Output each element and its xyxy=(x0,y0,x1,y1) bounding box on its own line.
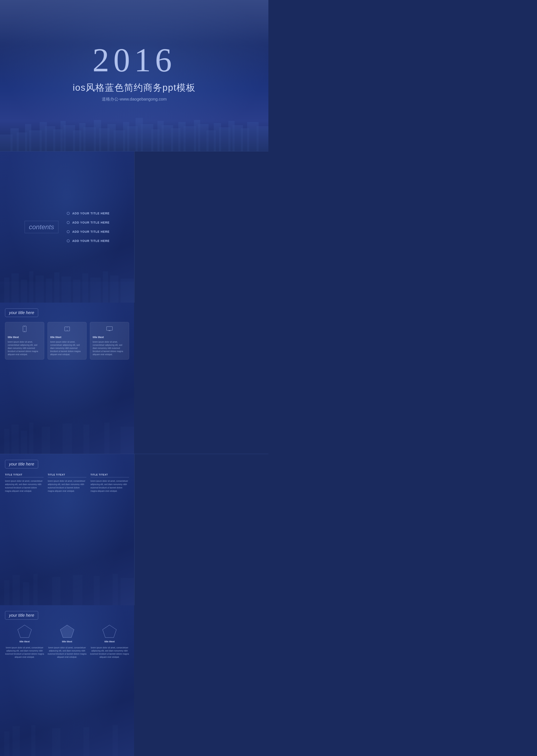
contents-dot-icon xyxy=(67,239,70,242)
contents-item-2: ADD YOUR TITLE HERE xyxy=(67,221,109,224)
svg-rect-14 xyxy=(99,128,109,151)
svg-rect-55 xyxy=(29,423,33,454)
divider-v2 xyxy=(134,454,135,605)
svg-rect-2 xyxy=(17,132,27,151)
slide-hero: 2016 ios风格蓝色简约商务ppt模板 道格办公-www.daogebang… xyxy=(0,0,268,151)
svg-point-66 xyxy=(67,330,67,331)
svg-rect-24 xyxy=(171,128,181,151)
contents-dot-icon xyxy=(67,230,70,233)
svg-rect-15 xyxy=(107,124,116,151)
pent-1-title: title titext xyxy=(20,640,30,643)
svg-rect-52 xyxy=(4,429,9,454)
svg-rect-77 xyxy=(113,574,118,605)
svg-rect-67 xyxy=(106,327,112,330)
pent-2-text: lorem ipsum dolor sit amet, consectetuer… xyxy=(48,646,87,659)
contents-item-1: ADD YOUR TITLE HERE xyxy=(67,212,109,215)
svg-rect-22 xyxy=(157,121,164,151)
svg-rect-82 xyxy=(52,728,61,756)
svg-rect-46 xyxy=(73,280,80,303)
svg-rect-11 xyxy=(79,123,86,151)
card-2-text: lorem ipsum dolor sit amet, consectetuer… xyxy=(50,340,84,356)
col-3-title: TITLE TITEXT xyxy=(91,474,129,477)
col-3-text: lorem ipsum dolor sit amet, consectetuer… xyxy=(91,480,129,493)
svg-rect-41 xyxy=(29,271,33,303)
slide3-title: your title here xyxy=(5,309,38,317)
svg-rect-36 xyxy=(257,126,268,151)
col-1-title: TITLE TITEXT xyxy=(5,474,44,477)
svg-rect-58 xyxy=(83,425,89,454)
col-1: TITLE TITEXT lorem ipsum dolor sit amet,… xyxy=(5,474,44,493)
col-2: TITLE TITEXT lorem ipsum dolor sit amet,… xyxy=(48,474,86,493)
contents-item-4: ADD YOUR TITLE HERE xyxy=(67,239,109,242)
contents-list: ADD YOUR TITLE HERE ADD YOUR TITLE HERE … xyxy=(67,212,109,242)
svg-rect-51 xyxy=(121,279,134,303)
phone-icon xyxy=(8,325,42,334)
svg-rect-32 xyxy=(228,121,235,151)
svg-rect-56 xyxy=(42,427,50,454)
slides-row-2: your title here TITLE TITEXT lorem ipsum… xyxy=(0,454,268,756)
svg-rect-59 xyxy=(104,423,109,454)
svg-rect-44 xyxy=(54,273,60,303)
svg-rect-1 xyxy=(11,128,19,151)
svg-rect-54 xyxy=(21,431,27,454)
card-3-title: title titext xyxy=(93,336,126,339)
svg-rect-38 xyxy=(4,277,9,303)
svg-rect-78 xyxy=(121,578,134,605)
city-silhouette-icon xyxy=(0,109,268,151)
card-1-title: title titext xyxy=(8,336,42,339)
three-cols-row: TITLE TITEXT lorem ipsum dolor sit amet,… xyxy=(5,474,129,493)
contents-dot-icon xyxy=(67,212,70,215)
svg-rect-42 xyxy=(35,275,44,303)
svg-rect-74 xyxy=(52,577,61,605)
svg-marker-86 xyxy=(60,625,74,638)
svg-rect-12 xyxy=(83,127,96,151)
svg-rect-7 xyxy=(53,129,62,151)
slide5-title: your title here xyxy=(5,611,38,620)
svg-rect-5 xyxy=(40,122,47,151)
card-1-text: lorem ipsum dolor sit amet, consectetuer… xyxy=(8,340,42,356)
city-bg-icon xyxy=(0,564,134,605)
svg-rect-70 xyxy=(4,580,9,605)
svg-rect-40 xyxy=(21,280,27,303)
svg-rect-45 xyxy=(62,276,71,303)
desktop-icon xyxy=(93,325,126,334)
svg-rect-4 xyxy=(29,130,42,151)
svg-rect-57 xyxy=(62,424,72,454)
svg-rect-33 xyxy=(232,125,243,151)
svg-rect-23 xyxy=(162,125,173,151)
svg-rect-29 xyxy=(206,130,216,151)
svg-rect-31 xyxy=(219,127,230,151)
pentagon-row: title titext lorem ipsum dolor sit amet,… xyxy=(5,625,129,659)
slide-three-cols: your title here TITLE TITEXT lorem ipsum… xyxy=(0,454,134,605)
svg-rect-20 xyxy=(141,124,153,151)
svg-rect-17 xyxy=(123,122,129,151)
svg-point-63 xyxy=(24,331,25,332)
pent-col-1: title titext lorem ipsum dolor sit amet,… xyxy=(5,625,44,659)
city-bg-icon xyxy=(0,261,134,303)
slide4-title: your title here xyxy=(5,460,38,468)
svg-rect-6 xyxy=(45,126,55,151)
svg-marker-85 xyxy=(18,625,31,638)
svg-rect-21 xyxy=(151,129,159,151)
card-3-text: lorem ipsum dolor sit amet, consectetuer… xyxy=(93,340,126,356)
svg-rect-28 xyxy=(198,124,209,151)
svg-rect-35 xyxy=(247,122,259,151)
svg-rect-18 xyxy=(127,126,138,151)
hero-year: 2016 xyxy=(93,41,176,79)
contents-item-3: ADD YOUR TITLE HERE xyxy=(67,230,109,233)
svg-rect-27 xyxy=(194,120,200,151)
pentagon-shape-1 xyxy=(17,625,32,638)
pent-col-2: title titext lorem ipsum dolor sit amet,… xyxy=(48,625,87,659)
svg-rect-79 xyxy=(4,732,9,756)
svg-rect-39 xyxy=(12,273,19,303)
svg-rect-80 xyxy=(13,726,20,756)
svg-rect-72 xyxy=(23,582,29,605)
pent-1-text: lorem ipsum dolor sit amet, consectetuer… xyxy=(5,646,44,659)
svg-rect-25 xyxy=(178,122,186,151)
svg-rect-0 xyxy=(0,135,13,151)
svg-rect-71 xyxy=(13,575,20,605)
slide-contents: contents ADD YOUR TITLE HERE ADD YOUR TI… xyxy=(0,151,134,303)
tablet-icon xyxy=(50,325,84,334)
pent-col-3: title titext lorem ipsum dolor sit amet,… xyxy=(90,625,129,659)
svg-rect-81 xyxy=(31,725,35,756)
